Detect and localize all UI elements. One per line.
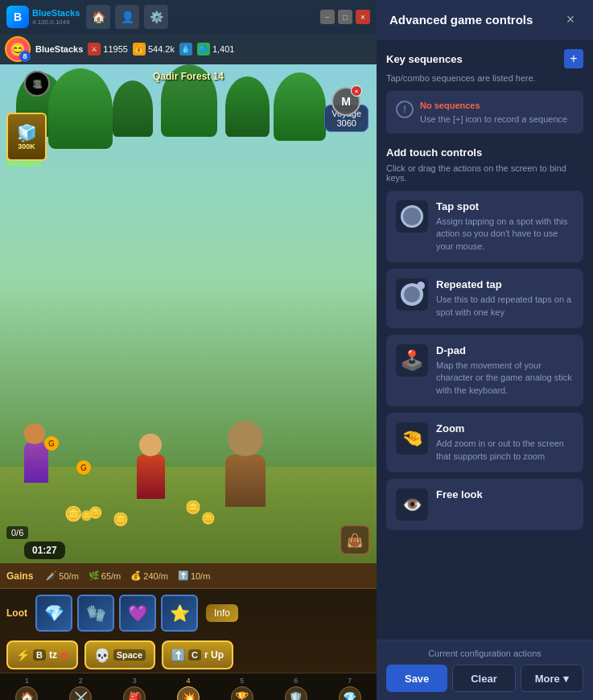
- gain-item-1: 🗡️ 50/m: [46, 570, 78, 581]
- app-name: BlueStacks: [32, 8, 80, 19]
- action-btn-3[interactable]: ⬆️ C r Up: [162, 640, 233, 669]
- zoom-icon-container: 🤏: [396, 422, 428, 455]
- repeated-tap-card[interactable]: Repeated tap Use this to add repeated ta…: [386, 269, 583, 328]
- logo-text-block: BlueStacks 4.130.0.1049: [32, 8, 80, 27]
- touch-controls-section: Add touch controls Click or drag the act…: [386, 146, 583, 530]
- panel-content: Key sequences + Tap/combo sequences are …: [377, 39, 593, 640]
- tap-spot-icon-container: [396, 200, 428, 233]
- dpad-info: D-pad Map the movement of your character…: [436, 344, 574, 397]
- sword-icon: ⚔: [88, 43, 101, 56]
- location-badge: Qadir Forest 14: [153, 71, 224, 82]
- bluestacks-logo: B BlueStacks 4.130.0.1049: [6, 6, 80, 28]
- logo-icon: B: [6, 6, 29, 28]
- player-name: BlueStacks: [35, 44, 83, 54]
- gold-stat: 💰 544.2k: [133, 43, 175, 56]
- m-badge: M ×: [332, 87, 360, 116]
- action-row: ⚡ B tz ● 💀 Space ⬆️ C r Up: [0, 637, 377, 673]
- touch-controls-subtitle: Click or drag the actions on the screen …: [386, 163, 583, 183]
- tap-spot-card[interactable]: Tap spot Assign tapping on a spot with t…: [386, 191, 583, 262]
- add-sequence-button[interactable]: +: [564, 49, 583, 68]
- gain-item-4: ⬆️ 10/m: [178, 570, 210, 581]
- maximize-button[interactable]: □: [338, 10, 352, 24]
- right-panel: Advanced game controls × Key sequences +…: [377, 0, 593, 700]
- blue-icon: 💧: [179, 43, 192, 56]
- user-nav-icon[interactable]: 👤: [115, 5, 139, 29]
- dpad-desc: Map the movement of your character or th…: [436, 360, 574, 397]
- blue-stat: 💧: [179, 43, 192, 56]
- zoom-info: Zoom Add zoom in or out to the screen th…: [436, 422, 574, 463]
- no-sequences-label: No sequences: [420, 101, 480, 110]
- touch-controls-title: Add touch controls: [386, 146, 482, 159]
- gains-row: Gains 🗡️ 50/m 🌿 65/m 💰 240/m ⬆️ 10/m: [0, 563, 377, 589]
- app-version: 4.130.0.1049: [32, 19, 80, 27]
- dpad-name: D-pad: [436, 344, 574, 356]
- chest-item[interactable]: 🧊 300K: [6, 113, 47, 161]
- green-icon: 🔷: [197, 43, 210, 56]
- gold-icon: 💰: [133, 43, 146, 56]
- key-sequences-title: Key sequences: [386, 53, 463, 65]
- player-bar: 😊 8 BlueStacks ⚔ 11955 💰 544.2k 💧 🔷 1,40…: [0, 34, 377, 64]
- backpack-icon: 🎒: [123, 686, 146, 701]
- nav-item-home[interactable]: 1 🏠 Home: [0, 673, 54, 701]
- repeated-tap-icon: [401, 283, 423, 306]
- home-nav-icon[interactable]: 🏠: [86, 5, 110, 29]
- zoom-desc: Add zoom in or out to the screen that su…: [436, 438, 574, 463]
- progress-bar: 0/6: [6, 526, 28, 539]
- top-bar: B BlueStacks 4.130.0.1049 🏠 👤 ⚙️ − □ ×: [0, 0, 377, 34]
- panel-header: Advanced game controls ×: [377, 0, 593, 39]
- nav-row: 1 🏠 Home 2 ⚔️ Heroes 3 🎒 Backpack 4 💥 Fi…: [0, 673, 377, 700]
- window-close-button[interactable]: ×: [356, 10, 370, 24]
- loot-item-4: ⭐: [161, 595, 198, 632]
- free-look-icon-container: 👁️: [396, 488, 428, 521]
- gains-label: Gains: [6, 570, 33, 582]
- zoom-icon: 🤏: [402, 428, 423, 449]
- free-look-info: Free look: [436, 488, 574, 504]
- no-sequences-text: No sequences Use the [+] icon to record …: [420, 99, 567, 126]
- trials-icon: 🏆: [231, 686, 253, 701]
- panel-title: Advanced game controls: [389, 13, 533, 27]
- action-btn-2[interactable]: 💀 Space: [84, 640, 155, 669]
- save-button[interactable]: Save: [386, 665, 447, 692]
- loot-row: Loot 💎 🧤 💜 ⭐ Info: [0, 589, 377, 637]
- repeated-tap-desc: Use this to add repeated taps on a spot …: [436, 294, 574, 319]
- sword-stat: ⚔ 11955: [88, 43, 128, 56]
- nav-item-trials[interactable]: 5 🏆 Trials: [215, 673, 269, 701]
- hud-scale[interactable]: ⚖️: [24, 71, 50, 97]
- fight-icon: 💥: [177, 686, 200, 701]
- loot-item-3: 💜: [119, 595, 156, 632]
- free-look-card[interactable]: 👁️ Free look: [386, 479, 583, 530]
- repeated-tap-icon-container: [396, 278, 428, 311]
- repeated-tap-name: Repeated tap: [436, 278, 574, 290]
- settings-nav-icon[interactable]: ⚙️: [144, 5, 168, 29]
- green-stat: 🔷 1,401: [197, 43, 235, 56]
- nav-item-heroes[interactable]: 2 ⚔️ Heroes: [54, 673, 108, 701]
- home-icon: 🏠: [15, 686, 38, 701]
- panel-close-button[interactable]: ×: [561, 10, 580, 29]
- nav-item-relics[interactable]: 7 💎 Relics: [323, 673, 377, 701]
- dpad-icon-container: 🕹️: [396, 344, 428, 377]
- nav-item-guild[interactable]: 6 🛡️ Guild: [269, 673, 323, 701]
- loot-item-1: 💎: [35, 595, 72, 632]
- clear-button[interactable]: Clear: [452, 665, 515, 692]
- nav-item-fight[interactable]: 4 💥 Fight: [162, 673, 216, 701]
- info-button[interactable]: Info: [206, 604, 238, 622]
- zoom-card[interactable]: 🤏 Zoom Add zoom in or out to the screen …: [386, 413, 583, 472]
- key-sequences-subtitle: Tap/combo sequences are listed here.: [386, 73, 583, 83]
- footer-buttons: Save Clear More ▾: [386, 665, 583, 692]
- nav-item-backpack[interactable]: 3 🎒 Backpack: [108, 673, 162, 701]
- available-label: Available: [6, 159, 42, 168]
- game-scene: 🪙 🪙 🪙 🪙 🪙 🪙 G G: [0, 64, 377, 563]
- zoom-name: Zoom: [436, 422, 574, 434]
- action-btn-1[interactable]: ⚡ B tz ●: [6, 640, 78, 669]
- window-controls: − □ ×: [320, 10, 370, 24]
- more-button[interactable]: More ▾: [521, 665, 583, 692]
- dpad-card[interactable]: 🕹️ D-pad Map the movement of your charac…: [386, 335, 583, 406]
- tap-spot-name: Tap spot: [436, 200, 574, 212]
- heroes-icon: ⚔️: [69, 686, 92, 701]
- minimize-button[interactable]: −: [320, 10, 335, 24]
- info-circle-icon: !: [396, 101, 414, 118]
- tap-spot-desc: Assign tapping on a spot with this actio…: [436, 216, 574, 253]
- footer-config-label: Current configuration actions: [386, 649, 583, 658]
- free-look-icon: 👁️: [402, 495, 422, 514]
- bag-icon[interactable]: 👜: [340, 525, 370, 555]
